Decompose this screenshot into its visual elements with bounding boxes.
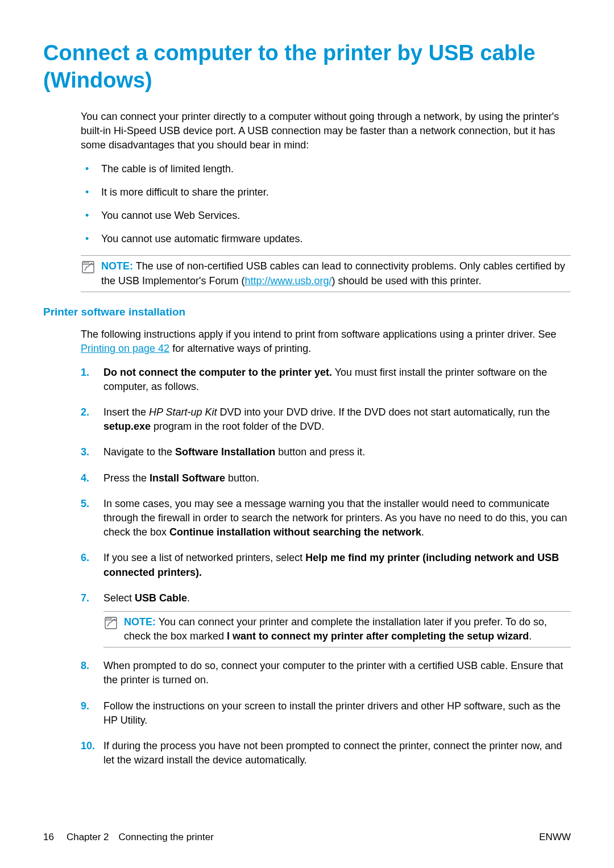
step-6: If you see a list of networked printers,… <box>81 551 571 579</box>
step-1-bold: Do not connect the computer to the print… <box>103 367 332 378</box>
svg-rect-5 <box>106 618 107 619</box>
step-2-post: program in the root folder of the DVD. <box>151 421 324 432</box>
step-2: Insert the HP Start-up Kit DVD into your… <box>81 405 571 434</box>
step-3-bold: Software Installation <box>175 446 275 458</box>
step-9: Follow the instructions on your screen t… <box>81 699 571 728</box>
note-label: NOTE: <box>101 260 133 272</box>
step-7-note: NOTE: You can connect your printer and c… <box>103 611 571 647</box>
sub-intro-pre: The following instructions apply if you … <box>81 329 556 340</box>
list-item: You cannot use automatic firmware update… <box>81 232 571 246</box>
step-5-post: . <box>421 526 424 538</box>
step-6-pre: If you see a list of networked printers,… <box>103 552 305 563</box>
step-7-note-post: . <box>529 630 532 642</box>
step-7-bold: USB Cable <box>135 592 187 604</box>
note-label: NOTE: <box>124 616 156 628</box>
svg-rect-1 <box>84 263 85 264</box>
step-4-pre: Press the <box>103 472 150 484</box>
list-item: The cable is of limited length. <box>81 162 571 176</box>
step-4: Press the Install Software button. <box>81 471 571 485</box>
disadvantages-list: The cable is of limited length. It is mo… <box>81 162 571 247</box>
step-1: Do not connect the computer to the print… <box>81 366 571 394</box>
sub-intro: The following instructions apply if you … <box>81 327 571 356</box>
subheading: Printer software installation <box>43 305 571 320</box>
step-2-bold: setup.exe <box>103 421 151 432</box>
list-item: You cannot use Web Services. <box>81 209 571 223</box>
step-8: When prompted to do so, connect your com… <box>81 659 571 687</box>
page-heading: Connect a computer to the printer by USB… <box>43 40 571 94</box>
step-3-pre: Navigate to the <box>103 446 175 458</box>
note-icon <box>103 615 119 631</box>
svg-rect-7 <box>110 618 111 619</box>
step-3: Navigate to the Software Installation bu… <box>81 445 571 459</box>
page-footer: 16 Chapter 2 Connecting the printer ENWW <box>43 830 571 844</box>
step-3-post: button and press it. <box>275 446 365 458</box>
step-2-mid: DVD into your DVD drive. If the DVD does… <box>217 406 550 418</box>
step-7-note-bold: I want to connect my printer after compl… <box>227 630 529 642</box>
step-10: If during the process you have not been … <box>81 739 571 767</box>
note-text: NOTE: The use of non-certified USB cable… <box>101 259 571 288</box>
note-content-post: ) should be used with this printer. <box>332 275 482 286</box>
step-5-bold: Continue installation without searching … <box>169 526 421 538</box>
footer-right: ENWW <box>539 830 571 844</box>
chapter-label: Chapter 2 Connecting the printer <box>67 830 214 844</box>
list-item: It is more difficult to share the printe… <box>81 185 571 200</box>
step-4-bold: Install Software <box>150 472 225 484</box>
printing-page-link[interactable]: Printing on page 42 <box>81 343 169 354</box>
step-5: In some cases, you may see a message war… <box>81 497 571 540</box>
page-number: 16 <box>43 830 54 844</box>
svg-rect-3 <box>88 263 89 264</box>
step-2-italic: HP Start-up Kit <box>149 406 217 418</box>
step-7-pre: Select <box>103 592 135 604</box>
sub-intro-post: for alternative ways of printing. <box>169 343 311 354</box>
intro-paragraph: You can connect your printer directly to… <box>81 110 571 153</box>
step-4-post: button. <box>225 472 259 484</box>
step-7-post: . <box>187 592 190 604</box>
note-icon <box>81 259 97 275</box>
step-7: Select USB Cable. <box>81 591 571 648</box>
usb-org-link[interactable]: http://www.usb.org/ <box>245 275 332 286</box>
svg-rect-2 <box>86 263 87 264</box>
step-2-pre: Insert the <box>103 406 149 418</box>
svg-rect-6 <box>109 618 110 619</box>
installation-steps: Do not connect the computer to the print… <box>81 366 571 768</box>
